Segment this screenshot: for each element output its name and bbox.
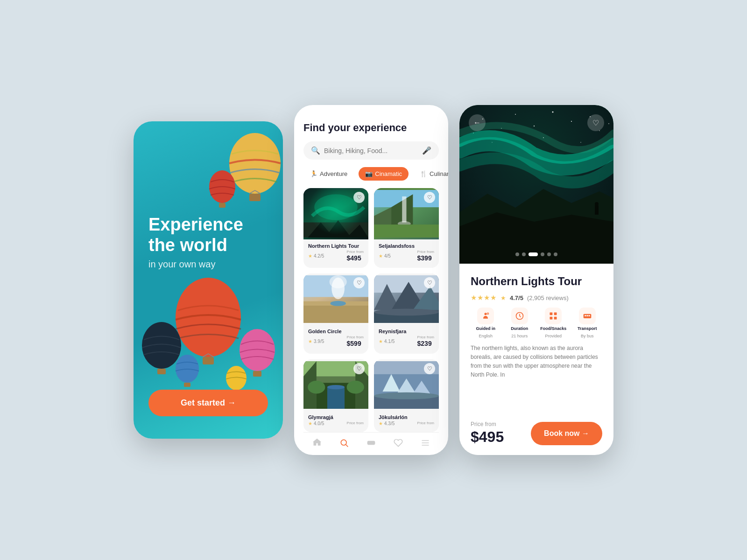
filter-cinamatic[interactable]: 📷 Cinamatic (359, 167, 409, 181)
half-star: ★ (500, 294, 506, 301)
tour-name-5: Glymragjá (308, 414, 364, 420)
svg-rect-28 (402, 196, 406, 223)
tour-name-6: Jökulsárlón (379, 414, 434, 420)
dot-2 (522, 252, 526, 256)
camera-icon: 📷 (365, 170, 373, 177)
favorite-btn-glymragja[interactable]: ♡ (353, 363, 365, 374)
rating-value-4: 4.1/5 (384, 339, 395, 344)
filter-culinary[interactable]: 🍴 Culinary (413, 167, 448, 181)
tour-meta-6: ★ 4.3/5 Price from (379, 421, 434, 426)
tour-card-golden-circle[interactable]: ♡ Golden Circle ★ 3.9/5 Price from $599 (303, 273, 368, 353)
tour-card-seljalandsfoss[interactable]: ♡ Seljalandsfoss ★ 4/5 Price from $399 (374, 188, 439, 268)
hero-subtitle: in your own way (148, 259, 268, 270)
tour-name-3: Golden Circle (308, 329, 364, 334)
book-now-button[interactable]: Book now → (531, 422, 602, 445)
svg-rect-93 (586, 315, 588, 316)
tour-rating-5: ★ 4.0/5 (308, 421, 324, 426)
svg-rect-5 (219, 203, 226, 208)
tour-info-jokulsarlon: Jökulsárlón ★ 4.3/5 Price from (374, 411, 439, 430)
nav-home[interactable] (312, 438, 322, 448)
svg-point-12 (240, 329, 275, 371)
tour-meta-4: ★ 4.1/5 Price from $239 (379, 335, 434, 347)
tour-price-block-3: Price from $599 (347, 335, 364, 347)
filter-adventure[interactable]: 🏃 Adventure (303, 167, 354, 181)
nav-menu[interactable] (421, 438, 430, 448)
adventure-label: Adventure (320, 170, 347, 177)
svg-rect-30 (374, 224, 439, 238)
svg-rect-94 (588, 315, 590, 316)
dot-6 (554, 252, 557, 256)
detail-hero-image: ← ♡ (459, 105, 613, 264)
favorite-button-detail[interactable]: ♡ (587, 114, 604, 131)
star-icon-2: ★ (379, 253, 383, 259)
favorite-btn-jokulsarlon[interactable]: ♡ (424, 363, 435, 374)
tour-card-jokulsarlon[interactable]: ♡ Jökulsárlón ★ 4.3/5 Price from (374, 359, 439, 432)
nav-tickets[interactable] (366, 438, 376, 448)
svg-point-53 (347, 380, 364, 393)
bottom-navigation (303, 432, 439, 448)
svg-point-0 (229, 133, 281, 194)
search-input[interactable] (324, 147, 418, 154)
food-icon (545, 308, 562, 324)
svg-rect-50 (327, 387, 345, 408)
food-label: Food/Snacks (540, 326, 566, 332)
amenities-row: Guided in English Duration 21 hours (471, 308, 602, 338)
dot-5 (547, 252, 551, 256)
tour-meta-3: ★ 3.9/5 Price from $599 (308, 335, 364, 347)
transport-icon (579, 308, 596, 324)
tour-price-block-6: Price from (417, 421, 434, 426)
tour-description: The northern lights, also known as the a… (471, 344, 602, 415)
tour-price-block-1: Price from $495 (347, 250, 364, 262)
price-label-1: Price from (347, 250, 364, 254)
svg-point-37 (330, 301, 345, 306)
amenity-transport: Transport By bus (572, 308, 603, 338)
price-label-5: Price from (347, 421, 364, 425)
tour-card-northern-lights[interactable]: ♡ Northern Lights Tour ★ 4.2/5 Price fro… (303, 188, 368, 268)
balloon-top-illustration (194, 121, 283, 224)
duration-value: 21 hours (511, 334, 528, 338)
dot-3-active (529, 252, 538, 256)
star-icon-5: ★ (308, 421, 312, 426)
price-value-1: $495 (347, 254, 364, 262)
tour-name-4: Reynisfjara (379, 329, 434, 334)
nav-search[interactable] (339, 438, 349, 448)
price-label-3: Price from (347, 335, 364, 339)
back-button[interactable]: ← (469, 114, 486, 131)
dot-4 (541, 252, 544, 256)
price-label-4: Price from (417, 335, 434, 339)
amenity-food: Food/Snacks Provided (538, 308, 569, 338)
svg-rect-36 (303, 306, 368, 323)
nav-favorites[interactable] (394, 438, 403, 448)
svg-point-34 (330, 275, 347, 288)
get-started-button[interactable]: Get started → (148, 390, 268, 416)
tour-info-seljalandsfoss: Seljalandsfoss ★ 4/5 Price from $399 (374, 239, 439, 266)
onboarding-phone: Experience the world in your own way (134, 121, 283, 439)
microphone-icon[interactable]: 🎤 (422, 146, 431, 155)
culinary-label: Culinary (430, 170, 448, 177)
tour-card-reynisfjara[interactable]: ♡ Reynisfjara ★ 4.1/5 Price from $239 (374, 273, 439, 353)
svg-rect-89 (550, 317, 553, 320)
tour-image-golden-circle: ♡ (303, 273, 368, 325)
star-icon-4: ★ (379, 339, 383, 344)
star-icon-6: ★ (379, 421, 383, 426)
rating-value-3: 3.9/5 (314, 339, 324, 344)
tour-price-block-2: Price from $399 (417, 250, 434, 262)
svg-marker-23 (347, 224, 368, 238)
tour-info-reynisfjara: Reynisfjara ★ 4.1/5 Price from $239 (374, 325, 439, 351)
tour-rating-1: ★ 4.2/5 (308, 253, 324, 259)
svg-point-10 (142, 322, 181, 369)
favorite-btn-northern-lights[interactable]: ♡ (353, 192, 365, 203)
tour-info-glymragja: Glymragjá ★ 4.0/5 Price from (303, 411, 368, 430)
price-value-3: $599 (347, 340, 364, 347)
tour-rating-3: ★ 3.9/5 (308, 339, 324, 344)
svg-point-61 (341, 440, 346, 445)
tour-card-glymragja[interactable]: ♡ Glymragjá ★ 4.0/5 Price from (303, 359, 368, 432)
rating-value-1: 4.2/5 (314, 253, 324, 259)
svg-rect-82 (595, 205, 599, 215)
search-bar[interactable]: 🔍 🎤 (303, 141, 439, 160)
favorite-btn-seljalandsfoss[interactable]: ♡ (424, 192, 435, 203)
tour-image-northern-lights: ♡ (303, 188, 368, 239)
detail-hero-controls: ← ♡ (469, 114, 604, 131)
balloon-bottom-illustration (134, 271, 283, 392)
svg-rect-87 (550, 313, 553, 315)
